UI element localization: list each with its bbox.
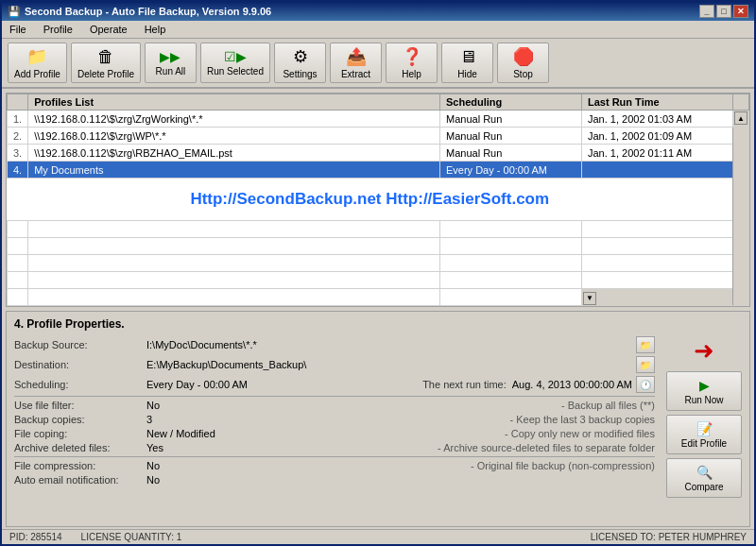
scroll-up[interactable]: ▲ (734, 111, 747, 125)
toolbar: 📁 Add Profile 🗑 Delete Profile ▶▶ Run Al… (2, 39, 754, 89)
backup-source-value: I:\MyDoc\Documents\*.* (146, 339, 636, 350)
run-selected-button[interactable]: ☑▶ Run Selected (200, 43, 270, 83)
backup-copies-label: Backup copies: (14, 414, 146, 425)
hide-button[interactable]: 🖥 Hide (441, 43, 493, 83)
edit-profile-icon: 📝 (696, 421, 713, 436)
settings-button[interactable]: ⚙ Settings (274, 43, 326, 83)
extract-button[interactable]: 📤 Extract (330, 43, 382, 83)
edit-profile-button[interactable]: 📝 Edit Profile (666, 415, 742, 454)
col-lastrun: Last Run Time (582, 94, 733, 111)
auto-email-value: No (146, 474, 655, 486)
menu-operate[interactable]: Operate (86, 23, 131, 36)
archive-deleted-desc: - Archive source-deleted files to separa… (438, 442, 655, 453)
help-button[interactable]: ❓ Help (386, 43, 438, 83)
help-icon: ❓ (402, 46, 422, 67)
run-all-icon: ▶▶ (160, 49, 180, 64)
table-row-empty (8, 272, 749, 289)
col-scheduling: Scheduling (440, 94, 582, 111)
col-scrollbar (733, 94, 749, 111)
auto-email-label: Auto email notification: (14, 474, 146, 486)
profiles-list: Profiles List Scheduling Last Run Time 1… (6, 93, 750, 307)
file-coping-row: File coping: New / Modified - Copy only … (14, 428, 655, 439)
title-bar: 💾 Second Backup - Auto File Backup, Vers… (2, 2, 754, 21)
col-profiles-list: Profiles List (28, 94, 440, 111)
add-profile-button[interactable]: 📁 Add Profile (8, 43, 67, 83)
properties-section: 4. Profile Properties. Backup Source: I:… (6, 311, 750, 527)
maximize-button[interactable]: □ (716, 5, 731, 18)
add-profile-icon: 📁 (26, 46, 47, 67)
destination-value: E:\MyBackup\Documents_Backup\ (146, 359, 636, 370)
menu-file[interactable]: File (6, 23, 30, 36)
run-now-button[interactable]: ▶ Run Now (666, 371, 742, 411)
delete-profile-icon: 🗑 (97, 47, 114, 67)
file-compression-desc: - Original file backup (non-compression) (471, 460, 655, 471)
table-row[interactable]: 3. \\192.168.0.112\$\zrg\RBZHAO_EMAIL.ps… (8, 145, 749, 162)
file-filter-row: Use file filter: No - Backup all files (… (14, 400, 655, 411)
archive-deleted-value: Yes (146, 442, 428, 453)
next-run-label: The next run time: (422, 379, 507, 390)
destination-row: Destination: E:\MyBackup\Documents_Backu… (14, 356, 655, 373)
archive-deleted-label: Archive deleted files: (14, 442, 146, 453)
status-bar: PID: 285514 LICENSE QUANTITY: 1 LICENSED… (2, 529, 754, 544)
file-filter-value: No (146, 400, 552, 411)
scheduling-browse-button[interactable]: 🕐 (636, 376, 655, 393)
scheduling-value: Every Day - 00:00 AM (146, 379, 407, 390)
file-coping-desc: - Copy only new or modified files (505, 428, 655, 439)
watermark-row: Http://SecondBackup.net Http://EasierSof… (8, 179, 749, 221)
delete-profile-button[interactable]: 🗑 Delete Profile (71, 43, 141, 83)
backup-copies-desc: - Keep the last 3 backup copies (510, 414, 655, 425)
compare-icon: 🔍 (696, 465, 713, 480)
stop-icon: 🛑 (513, 46, 534, 67)
table-row-empty (8, 238, 749, 255)
backup-copies-value: 3 (146, 414, 501, 425)
hide-icon: 🖥 (459, 47, 476, 67)
arrow-indicator: ➜ (694, 336, 714, 366)
backup-source-browse-button[interactable]: 📁 (636, 336, 655, 353)
menu-profile[interactable]: Profile (40, 23, 77, 36)
next-run-value: Aug. 4, 2013 00:00:00 AM (512, 379, 632, 390)
app-title: Second Backup - Auto File Backup, Versio… (25, 6, 271, 17)
destination-label: Destination: (14, 359, 146, 370)
table-row-selected[interactable]: 4. My Documents Every Day - 00:00 AM (8, 162, 749, 179)
table-row[interactable]: 1. \\192.168.0.112\$\zrg\ZrgWorking\*.* … (8, 111, 749, 128)
scheduling-label: Scheduling: (14, 379, 146, 390)
run-now-icon: ▶ (699, 378, 710, 393)
table-row-empty: ▼ (8, 289, 749, 306)
table-row[interactable]: 2. \\192.168.0.112\$\zrg\WP\*.* Manual R… (8, 128, 749, 145)
archive-deleted-row: Archive deleted files: Yes - Archive sou… (14, 442, 655, 453)
status-license-qty: LICENSE QUANTITY: 1 (81, 532, 182, 542)
minimize-button[interactable]: _ (699, 5, 714, 18)
backup-copies-row: Backup copies: 3 - Keep the last 3 backu… (14, 414, 655, 425)
close-button[interactable]: ✕ (733, 5, 748, 18)
file-compression-value: No (146, 460, 461, 471)
file-compression-row: File compression: No - Original file bac… (14, 460, 655, 471)
run-selected-icon: ☑▶ (224, 49, 247, 64)
status-licensed-to: LICENSED TO: PETER HUMPHREY (200, 532, 747, 542)
file-coping-value: New / Modified (146, 428, 495, 439)
backup-source-row: Backup Source: I:\MyDoc\Documents\*.* 📁 (14, 336, 655, 353)
file-coping-label: File coping: (14, 428, 146, 439)
table-row-empty (8, 221, 749, 238)
run-all-button[interactable]: ▶▶ Run All (145, 43, 197, 83)
file-filter-label: Use file filter: (14, 400, 146, 411)
status-pid: PID: 285514 (9, 532, 62, 542)
file-filter-desc: - Backup all files (**) (561, 400, 655, 411)
scheduling-row: Scheduling: Every Day - 00:00 AM The nex… (14, 376, 655, 393)
extract-icon: 📤 (346, 46, 367, 67)
compare-button[interactable]: 🔍 Compare (666, 458, 742, 498)
table-row-empty (8, 255, 749, 272)
menu-help[interactable]: Help (141, 23, 170, 36)
properties-title: 4. Profile Properties. (14, 317, 742, 331)
scroll-down[interactable]: ▼ (583, 292, 596, 305)
backup-source-label: Backup Source: (14, 339, 146, 350)
app-icon: 💾 (8, 6, 21, 18)
settings-icon: ⚙ (293, 46, 308, 67)
menu-bar: File Profile Operate Help (2, 21, 754, 39)
auto-email-row: Auto email notification: No (14, 474, 655, 486)
stop-button[interactable]: 🛑 Stop (497, 43, 549, 83)
file-compression-label: File compression: (14, 460, 146, 471)
destination-browse-button[interactable]: 📁 (636, 356, 655, 373)
col-num (8, 94, 28, 111)
